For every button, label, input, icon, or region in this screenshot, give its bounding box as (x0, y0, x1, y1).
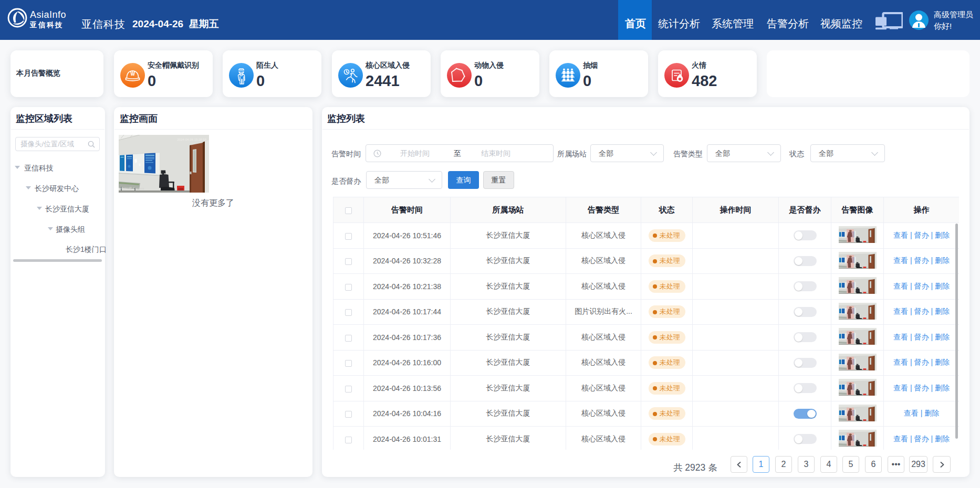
svg-text:长沙1楼 Camera: 长沙1楼 Camera (121, 187, 144, 190)
svg-text:2024-04-26 15:28:58: 2024-04-26 15:28:58 (177, 138, 206, 141)
